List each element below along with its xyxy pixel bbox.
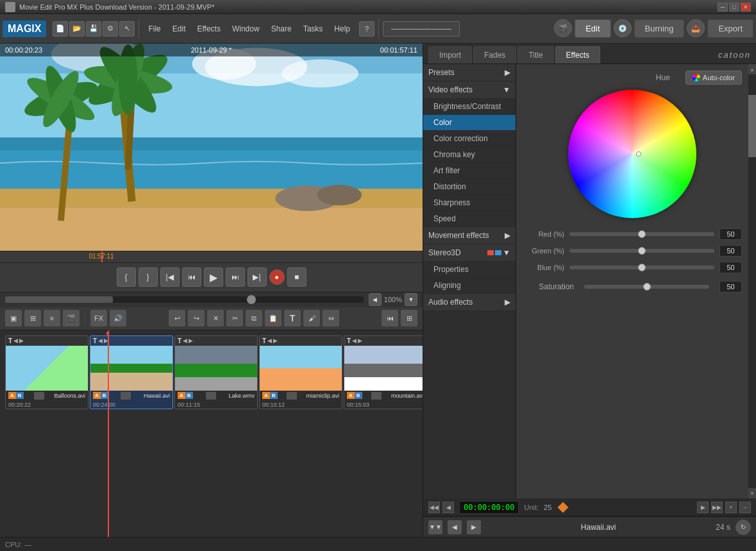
fx-button[interactable]: FX xyxy=(90,310,107,326)
delete-button[interactable]: ✕ xyxy=(207,310,224,326)
mode-icon-3[interactable]: 📤 xyxy=(687,19,705,37)
menu-edit[interactable]: Edit xyxy=(167,22,191,36)
transport-down-button[interactable]: ▼▼ xyxy=(428,520,442,534)
menu-share[interactable]: Share xyxy=(266,22,297,36)
clip-2[interactable]: T ◀ ▶ A B Lake.wmv 00:11:15 xyxy=(174,335,258,409)
storyboard-button[interactable]: 🎬 xyxy=(63,310,80,326)
clips-container: T ◀ ▶ A B Balloons.avi 00:20:22 T ◀ ▶ xyxy=(0,330,423,414)
next-frame-button[interactable]: ▶| xyxy=(248,267,267,287)
clip-3[interactable]: T ◀ ▶ A B miamiclip.avi 00:10:12 xyxy=(259,335,342,409)
scroll-down-button[interactable]: ▼ xyxy=(748,488,756,498)
mark-out-button[interactable]: } xyxy=(139,267,158,287)
prev-frame-button[interactable]: |◀ xyxy=(160,267,180,287)
green-value[interactable]: 50 xyxy=(719,245,742,257)
menu-tasks[interactable]: Tasks xyxy=(298,22,328,36)
help-icon-button[interactable]: ? xyxy=(359,21,374,37)
nav-sub-button[interactable]: − xyxy=(739,502,751,513)
nav-add-button[interactable]: + xyxy=(725,502,737,513)
maximize-button[interactable]: □ xyxy=(729,3,739,12)
blue-value[interactable]: 50 xyxy=(719,262,742,273)
track-start-button[interactable]: ⏮ xyxy=(382,310,398,326)
open-button[interactable]: 📂 xyxy=(69,21,85,37)
audio-effects-header[interactable]: Audio effects ▶ xyxy=(423,294,516,311)
effect-properties[interactable]: Properties xyxy=(423,262,516,278)
goto-end-button[interactable]: ⏭ xyxy=(226,267,245,287)
effect-chroma-key[interactable]: Chroma key xyxy=(423,147,516,163)
export-mode-button[interactable]: Export xyxy=(707,19,753,38)
effect-color-correction[interactable]: Color correction xyxy=(423,131,516,147)
transport-loop-button[interactable]: ↻ xyxy=(735,520,751,535)
stop-button[interactable]: ■ xyxy=(287,267,307,287)
align-button[interactable]: ⇔ xyxy=(323,310,339,326)
mode-icon-1[interactable]: 🎬 xyxy=(554,19,572,37)
nav-prev-button[interactable]: ◀ xyxy=(442,502,454,513)
copy-button[interactable]: ⧉ xyxy=(246,310,262,326)
red-value[interactable]: 50 xyxy=(719,228,742,240)
clip-0[interactable]: T ◀ ▶ A B Balloons.avi 00:20:22 xyxy=(5,335,88,409)
color-wheel[interactable] xyxy=(568,90,696,218)
clip-1[interactable]: T ◀ ▶ A B Hawaii.avi 00:24:00 xyxy=(90,335,173,409)
burning-mode-button[interactable]: Burning xyxy=(634,19,685,38)
text-button[interactable]: T xyxy=(284,310,301,326)
record-button[interactable]: ● xyxy=(269,269,285,285)
nav-next-button[interactable]: ▶ xyxy=(697,502,709,513)
green-slider[interactable] xyxy=(569,249,714,253)
cut-button[interactable]: ✂ xyxy=(226,310,243,326)
extra-btn[interactable]: ──────────── xyxy=(383,21,460,37)
tab-title[interactable]: Title xyxy=(517,46,553,64)
effect-brightness[interactable]: Brightness/Contrast xyxy=(423,99,516,115)
mode-icon-2[interactable]: 💿 xyxy=(614,19,632,37)
effect-distortion[interactable]: Distortion xyxy=(423,179,516,195)
effect-color[interactable]: Color xyxy=(423,115,516,131)
menu-effects[interactable]: Effects xyxy=(192,22,225,36)
transport-prev-button[interactable]: ◀ xyxy=(448,520,462,534)
presets-header[interactable]: Presets ▶ xyxy=(423,64,516,81)
saturation-value[interactable]: 50 xyxy=(719,281,742,292)
audio-button[interactable]: 🔊 xyxy=(110,310,126,326)
brush-button[interactable]: 🖌 xyxy=(303,310,320,326)
stereo3d-header[interactable]: Stereo3D ▼ xyxy=(423,244,516,262)
menu-file[interactable]: File xyxy=(143,22,165,36)
redo-button[interactable]: ↪ xyxy=(188,310,205,326)
effect-aligning[interactable]: Aligning xyxy=(423,278,516,294)
mark-in-button[interactable]: { xyxy=(117,267,136,287)
play-button[interactable]: ▶ xyxy=(204,267,223,287)
blue-slider[interactable] xyxy=(569,266,714,269)
auto-color-button[interactable]: Auto-color xyxy=(685,71,742,85)
tab-effects[interactable]: Effects xyxy=(555,46,600,64)
view-single-button[interactable]: ▣ xyxy=(5,310,22,326)
saturation-slider[interactable] xyxy=(584,285,709,289)
zoom-out-button[interactable]: ◀ xyxy=(369,293,382,306)
minimize-button[interactable]: ─ xyxy=(718,3,728,12)
video-effects-header[interactable]: Video effects ▼ xyxy=(423,81,516,99)
nav-forward-button[interactable]: ▶▶ xyxy=(711,502,723,513)
scroll-thumb[interactable] xyxy=(748,95,756,157)
view-multi-button[interactable]: ⊞ xyxy=(24,310,41,326)
new-button[interactable]: 📄 xyxy=(53,21,68,37)
nav-back-button[interactable]: ◀◀ xyxy=(428,502,440,513)
menu-window[interactable]: Window xyxy=(227,22,265,36)
pointer-button[interactable]: ↖ xyxy=(119,21,135,37)
edit-mode-button[interactable]: Edit xyxy=(575,19,610,38)
tab-fades[interactable]: Fades xyxy=(473,46,516,64)
zoom-dropdown-button[interactable]: ▼ xyxy=(405,293,417,306)
undo-button[interactable]: ↩ xyxy=(169,310,185,326)
paste-button[interactable]: 📋 xyxy=(265,310,281,326)
tab-import[interactable]: Import xyxy=(428,46,472,64)
close-button[interactable]: ✕ xyxy=(741,3,751,12)
scroll-up-button[interactable]: ▲ xyxy=(748,64,756,74)
progress-bar[interactable] xyxy=(5,296,364,303)
track-settings-button[interactable]: ⊞ xyxy=(401,310,417,326)
settings-button[interactable]: ⚙ xyxy=(103,21,118,37)
red-slider[interactable] xyxy=(569,232,714,236)
menu-help[interactable]: Help xyxy=(329,22,355,36)
effect-speed[interactable]: Speed xyxy=(423,211,516,227)
movement-effects-header[interactable]: Movement effects ▶ xyxy=(423,227,516,244)
effect-sharpness[interactable]: Sharpness xyxy=(423,195,516,211)
view-list-button[interactable]: ≡ xyxy=(44,310,60,326)
clip-4[interactable]: T ◀ ▶ A B mountain.avi 00:15:03 xyxy=(344,335,423,409)
save-button[interactable]: 💾 xyxy=(86,21,101,37)
transport-next-button[interactable]: ▶ xyxy=(467,520,481,534)
effect-art-filter[interactable]: Art filter xyxy=(423,163,516,179)
goto-start-button[interactable]: ⏮ xyxy=(182,267,201,287)
